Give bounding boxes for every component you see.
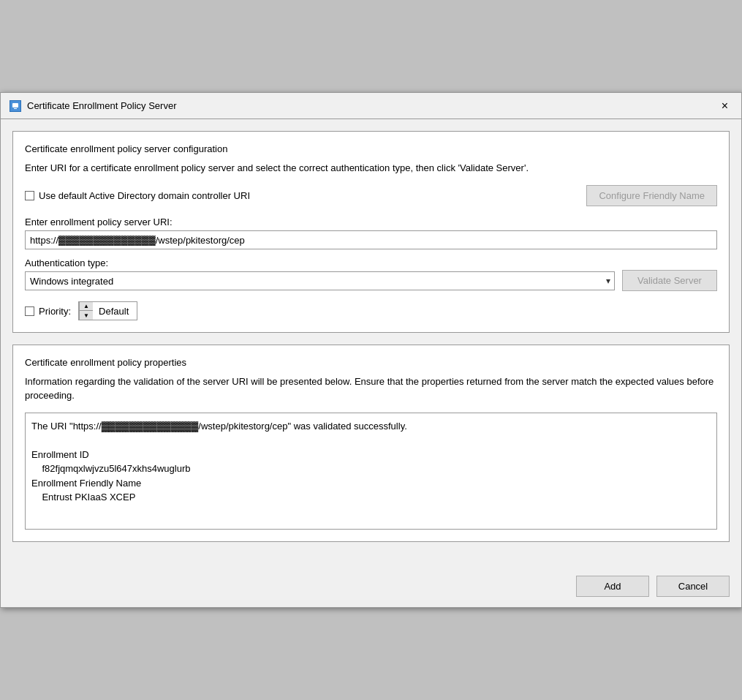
- priority-spinner: ▲ ▼ Default: [78, 301, 137, 320]
- validate-server-button[interactable]: Validate Server: [622, 270, 717, 291]
- dialog-footer: Add Cancel: [1, 565, 741, 607]
- uri-input[interactable]: [25, 230, 717, 249]
- auth-row: Authentication type: Windows integrated …: [25, 257, 717, 291]
- spinner-down-button[interactable]: ▼: [80, 311, 93, 320]
- config-section: Certificate enrollment policy server con…: [12, 131, 730, 333]
- properties-description: Information regarding the validation of …: [25, 375, 717, 402]
- priority-checkbox[interactable]: [25, 306, 34, 316]
- cancel-button[interactable]: Cancel: [656, 576, 730, 597]
- uri-label: Enter enrollment policy server URI:: [25, 217, 717, 227]
- priority-value: Default: [93, 304, 137, 318]
- properties-section: Certificate enrollment policy properties…: [12, 345, 730, 541]
- priority-label-text: Priority:: [39, 306, 71, 317]
- spinner-up-button[interactable]: ▲: [80, 302, 93, 311]
- auth-select-wrapper: Windows integrated Anonymous Username/pa…: [25, 271, 615, 290]
- properties-section-title: Certificate enrollment policy properties: [25, 357, 717, 368]
- certificate-enrollment-dialog: Certificate Enrollment Policy Server × C…: [0, 92, 742, 608]
- checkbox-row: Use default Active Directory domain cont…: [25, 185, 717, 206]
- properties-textarea[interactable]: The URI "https://▓▓▓▓▓▓▓▓▓▓▓▓▓▓/wstep/pk…: [25, 413, 717, 530]
- close-button[interactable]: ×: [717, 99, 732, 113]
- default-ad-checkbox[interactable]: [25, 191, 34, 200]
- cert-window-icon: [10, 100, 21, 112]
- auth-group: Authentication type: Windows integrated …: [25, 257, 615, 290]
- title-bar-left: Certificate Enrollment Policy Server: [10, 100, 176, 112]
- add-button[interactable]: Add: [576, 576, 649, 597]
- config-section-title: Certificate enrollment policy server con…: [25, 143, 717, 154]
- properties-content-wrapper: The URI "https://▓▓▓▓▓▓▓▓▓▓▓▓▓▓/wstep/pk…: [25, 413, 717, 530]
- spinner-buttons: ▲ ▼: [79, 302, 93, 320]
- config-description: Enter URI for a certificate enrollment p…: [25, 162, 717, 175]
- auth-label: Authentication type:: [25, 257, 615, 268]
- window-title: Certificate Enrollment Policy Server: [27, 100, 176, 111]
- svg-rect-1: [12, 103, 18, 108]
- title-bar: Certificate Enrollment Policy Server ×: [1, 93, 741, 119]
- dialog-content: Certificate enrollment policy server con…: [1, 119, 741, 565]
- checkbox-label[interactable]: Use default Active Directory domain cont…: [25, 190, 250, 201]
- auth-select[interactable]: Windows integrated Anonymous Username/pa…: [25, 271, 615, 290]
- priority-row: Priority: ▲ ▼ Default: [25, 301, 717, 320]
- priority-checkbox-label[interactable]: Priority:: [25, 306, 71, 317]
- configure-friendly-name-button[interactable]: Configure Friendly Name: [586, 185, 717, 206]
- svg-rect-2: [14, 108, 17, 109]
- checkbox-text: Use default Active Directory domain cont…: [39, 190, 250, 201]
